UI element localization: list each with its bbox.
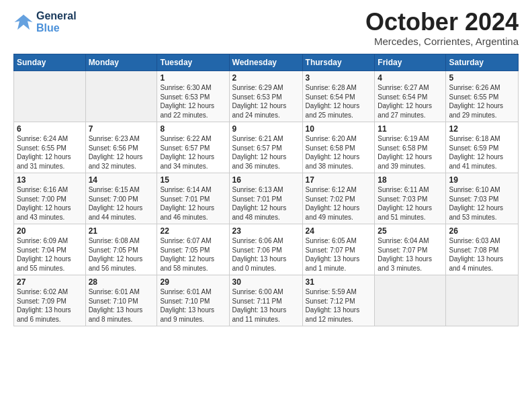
calendar-cell: 16Sunrise: 6:13 AM Sunset: 7:01 PM Dayli… — [229, 173, 302, 224]
day-info: Sunrise: 6:11 AM Sunset: 7:03 PM Dayligh… — [378, 185, 443, 222]
calendar-cell: 15Sunrise: 6:14 AM Sunset: 7:01 PM Dayli… — [157, 173, 229, 224]
day-number: 22 — [160, 226, 226, 236]
calendar-cell: 14Sunrise: 6:15 AM Sunset: 7:00 PM Dayli… — [85, 173, 157, 224]
day-info: Sunrise: 6:00 AM Sunset: 7:11 PM Dayligh… — [232, 287, 300, 324]
day-header-monday: Monday — [85, 54, 157, 71]
calendar-cell: 8Sunrise: 6:22 AM Sunset: 6:57 PM Daylig… — [157, 122, 229, 173]
day-info: Sunrise: 6:14 AM Sunset: 7:01 PM Dayligh… — [160, 185, 226, 222]
day-info: Sunrise: 6:01 AM Sunset: 7:10 PM Dayligh… — [160, 287, 226, 324]
day-info: Sunrise: 6:05 AM Sunset: 7:07 PM Dayligh… — [306, 236, 372, 273]
day-number: 27 — [17, 277, 83, 287]
day-info: Sunrise: 6:12 AM Sunset: 7:02 PM Dayligh… — [306, 185, 372, 222]
calendar-cell: 10Sunrise: 6:20 AM Sunset: 6:58 PM Dayli… — [302, 122, 375, 173]
day-info: Sunrise: 6:23 AM Sunset: 6:56 PM Dayligh… — [89, 134, 154, 171]
day-info: Sunrise: 6:10 AM Sunset: 7:03 PM Dayligh… — [449, 185, 515, 222]
day-info: Sunrise: 6:06 AM Sunset: 7:06 PM Dayligh… — [232, 236, 300, 273]
calendar-cell: 6Sunrise: 6:24 AM Sunset: 6:55 PM Daylig… — [14, 122, 86, 173]
calendar-cell: 11Sunrise: 6:19 AM Sunset: 6:58 PM Dayli… — [375, 122, 446, 173]
calendar-cell — [85, 71, 157, 122]
calendar: SundayMondayTuesdayWednesdayThursdayFrid… — [13, 54, 519, 326]
calendar-cell: 4Sunrise: 6:27 AM Sunset: 6:54 PM Daylig… — [375, 71, 446, 122]
day-number: 25 — [378, 226, 443, 236]
calendar-cell: 17Sunrise: 6:12 AM Sunset: 7:02 PM Dayli… — [302, 173, 375, 224]
calendar-cell: 12Sunrise: 6:18 AM Sunset: 6:59 PM Dayli… — [446, 122, 519, 173]
day-info: Sunrise: 6:01 AM Sunset: 7:10 PM Dayligh… — [89, 287, 154, 324]
day-info: Sunrise: 6:08 AM Sunset: 7:05 PM Dayligh… — [89, 236, 154, 273]
calendar-cell: 9Sunrise: 6:21 AM Sunset: 6:57 PM Daylig… — [229, 122, 302, 173]
day-info: Sunrise: 6:26 AM Sunset: 6:55 PM Dayligh… — [449, 83, 515, 120]
calendar-cell: 21Sunrise: 6:08 AM Sunset: 7:05 PM Dayli… — [85, 224, 157, 275]
day-info: Sunrise: 6:21 AM Sunset: 6:57 PM Dayligh… — [232, 134, 300, 171]
day-number: 7 — [89, 124, 154, 134]
day-info: Sunrise: 6:29 AM Sunset: 6:53 PM Dayligh… — [232, 83, 300, 120]
title-area: October 2024 Mercedes, Corrientes, Argen… — [365, 10, 519, 47]
calendar-week-3: 13Sunrise: 6:16 AM Sunset: 7:00 PM Dayli… — [14, 173, 519, 224]
calendar-cell: 1Sunrise: 6:30 AM Sunset: 6:53 PM Daylig… — [157, 71, 229, 122]
day-number: 9 — [232, 124, 300, 134]
calendar-cell: 19Sunrise: 6:10 AM Sunset: 7:03 PM Dayli… — [446, 173, 519, 224]
day-number: 26 — [449, 226, 515, 236]
day-info: Sunrise: 6:09 AM Sunset: 7:04 PM Dayligh… — [17, 236, 83, 273]
day-info: Sunrise: 6:27 AM Sunset: 6:54 PM Dayligh… — [378, 83, 443, 120]
day-info: Sunrise: 6:28 AM Sunset: 6:54 PM Dayligh… — [306, 83, 372, 120]
calendar-week-1: 1Sunrise: 6:30 AM Sunset: 6:53 PM Daylig… — [14, 71, 519, 122]
calendar-cell: 20Sunrise: 6:09 AM Sunset: 7:04 PM Dayli… — [14, 224, 86, 275]
subtitle: Mercedes, Corrientes, Argentina — [365, 36, 519, 47]
day-number: 8 — [160, 124, 226, 134]
calendar-cell: 28Sunrise: 6:01 AM Sunset: 7:10 PM Dayli… — [85, 275, 157, 326]
calendar-cell: 2Sunrise: 6:29 AM Sunset: 6:53 PM Daylig… — [229, 71, 302, 122]
calendar-cell: 31Sunrise: 5:59 AM Sunset: 7:12 PM Dayli… — [302, 275, 375, 326]
day-info: Sunrise: 6:20 AM Sunset: 6:58 PM Dayligh… — [306, 134, 372, 171]
day-info: Sunrise: 6:13 AM Sunset: 7:01 PM Dayligh… — [232, 185, 300, 222]
day-number: 4 — [378, 73, 443, 83]
calendar-cell: 5Sunrise: 6:26 AM Sunset: 6:55 PM Daylig… — [446, 71, 519, 122]
day-info: Sunrise: 6:02 AM Sunset: 7:09 PM Dayligh… — [17, 287, 83, 324]
day-number: 11 — [378, 124, 443, 134]
day-info: Sunrise: 6:07 AM Sunset: 7:05 PM Dayligh… — [160, 236, 226, 273]
month-title: October 2024 — [365, 10, 519, 34]
day-number: 5 — [449, 73, 515, 83]
day-header-tuesday: Tuesday — [157, 54, 229, 71]
calendar-cell: 23Sunrise: 6:06 AM Sunset: 7:06 PM Dayli… — [229, 224, 302, 275]
calendar-cell: 13Sunrise: 6:16 AM Sunset: 7:00 PM Dayli… — [14, 173, 86, 224]
logo: General Blue — [13, 10, 77, 34]
calendar-cell: 30Sunrise: 6:00 AM Sunset: 7:11 PM Dayli… — [229, 275, 302, 326]
day-info: Sunrise: 6:15 AM Sunset: 7:00 PM Dayligh… — [89, 185, 154, 222]
calendar-cell — [14, 71, 86, 122]
day-header-wednesday: Wednesday — [229, 54, 302, 71]
day-number: 14 — [89, 175, 154, 185]
calendar-cell: 29Sunrise: 6:01 AM Sunset: 7:10 PM Dayli… — [157, 275, 229, 326]
calendar-cell: 24Sunrise: 6:05 AM Sunset: 7:07 PM Dayli… — [302, 224, 375, 275]
header: General Blue October 2024 Mercedes, Corr… — [13, 10, 519, 47]
day-number: 28 — [89, 277, 154, 287]
calendar-cell: 7Sunrise: 6:23 AM Sunset: 6:56 PM Daylig… — [85, 122, 157, 173]
calendar-week-4: 20Sunrise: 6:09 AM Sunset: 7:04 PM Dayli… — [14, 224, 519, 275]
day-info: Sunrise: 6:16 AM Sunset: 7:00 PM Dayligh… — [17, 185, 83, 222]
day-header-friday: Friday — [375, 54, 446, 71]
day-info: Sunrise: 6:30 AM Sunset: 6:53 PM Dayligh… — [160, 83, 226, 120]
page: General Blue October 2024 Mercedes, Corr… — [0, 0, 532, 333]
calendar-cell — [375, 275, 446, 326]
day-number: 31 — [306, 277, 372, 287]
day-number: 24 — [306, 226, 372, 236]
day-header-saturday: Saturday — [446, 54, 519, 71]
day-number: 6 — [17, 124, 83, 134]
logo-text: General Blue — [36, 10, 77, 34]
calendar-cell: 3Sunrise: 6:28 AM Sunset: 6:54 PM Daylig… — [302, 71, 375, 122]
day-number: 30 — [232, 277, 300, 287]
day-info: Sunrise: 6:24 AM Sunset: 6:55 PM Dayligh… — [17, 134, 83, 171]
day-number: 13 — [17, 175, 83, 185]
day-number: 12 — [449, 124, 515, 134]
day-number: 10 — [306, 124, 372, 134]
calendar-cell: 27Sunrise: 6:02 AM Sunset: 7:09 PM Dayli… — [14, 275, 86, 326]
calendar-cell: 25Sunrise: 6:04 AM Sunset: 7:07 PM Dayli… — [375, 224, 446, 275]
calendar-week-5: 27Sunrise: 6:02 AM Sunset: 7:09 PM Dayli… — [14, 275, 519, 326]
day-number: 16 — [232, 175, 300, 185]
day-info: Sunrise: 6:18 AM Sunset: 6:59 PM Dayligh… — [449, 134, 515, 171]
day-info: Sunrise: 6:04 AM Sunset: 7:07 PM Dayligh… — [378, 236, 443, 273]
day-number: 17 — [306, 175, 372, 185]
calendar-cell: 22Sunrise: 6:07 AM Sunset: 7:05 PM Dayli… — [157, 224, 229, 275]
day-info: Sunrise: 5:59 AM Sunset: 7:12 PM Dayligh… — [306, 287, 372, 324]
day-number: 23 — [232, 226, 300, 236]
day-number: 1 — [160, 73, 226, 83]
